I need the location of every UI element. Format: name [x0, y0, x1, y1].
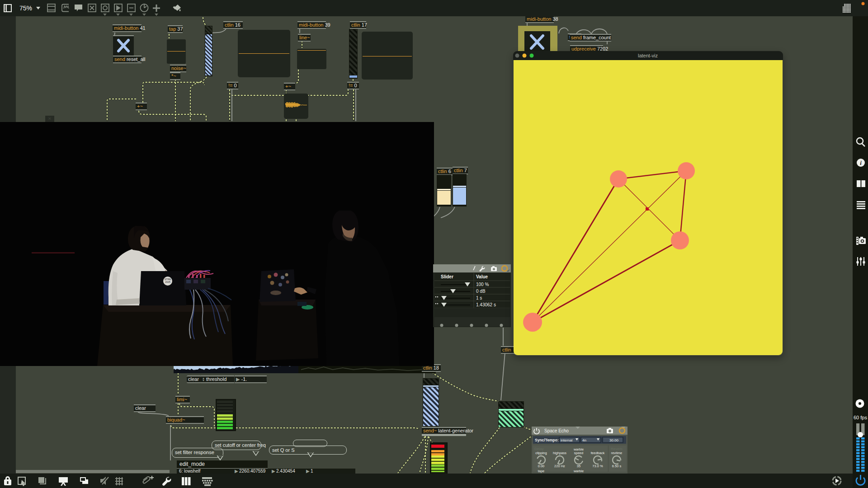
svg-text:tape: tape — [538, 469, 545, 473]
svg-text:1.43062 s: 1.43062 s — [476, 302, 496, 307]
svg-text:Delay: Delay — [534, 447, 543, 451]
svg-text:73.0 %: 73.0 % — [592, 464, 603, 468]
svg-text:revtime: revtime — [611, 451, 623, 455]
svg-text:2025: 2025 — [165, 281, 170, 283]
svg-text:Value: Value — [476, 274, 488, 279]
svg-text:Slider: Slider — [441, 274, 453, 279]
svg-text:100 %: 100 % — [476, 282, 489, 287]
svg-text:0.00: 0.00 — [538, 464, 545, 468]
svg-text:speed: speed — [574, 451, 583, 455]
svg-text:1 s: 1 s — [476, 296, 482, 300]
svg-text:latent-viz: latent-viz — [638, 53, 658, 58]
svg-text:i: i — [860, 160, 862, 166]
svg-text:35: 35 — [577, 464, 580, 468]
svg-text:75%: 75% — [19, 5, 32, 12]
svg-text:Sync/Tempo:: Sync/Tempo: — [535, 438, 559, 442]
svg-text:60 fps: 60 fps — [854, 415, 867, 420]
svg-text:clipping: clipping — [535, 451, 547, 455]
svg-text:Reverb: Reverb — [611, 447, 623, 451]
svg-text:feedback: feedback — [591, 451, 605, 455]
svg-text:4n: 4n — [582, 438, 586, 442]
svg-text:30.00: 30.00 — [609, 438, 619, 442]
svg-text:220 Hz: 220 Hz — [554, 464, 565, 468]
svg-text:highpass: highpass — [553, 451, 566, 455]
svg-text:warble: warble — [573, 469, 584, 473]
svg-text:internal: internal — [561, 438, 572, 442]
svg-text:0 dB: 0 dB — [476, 289, 486, 294]
svg-text:Space Echo: Space Echo — [544, 428, 569, 433]
svg-text:6.50 s: 6.50 s — [612, 464, 622, 468]
